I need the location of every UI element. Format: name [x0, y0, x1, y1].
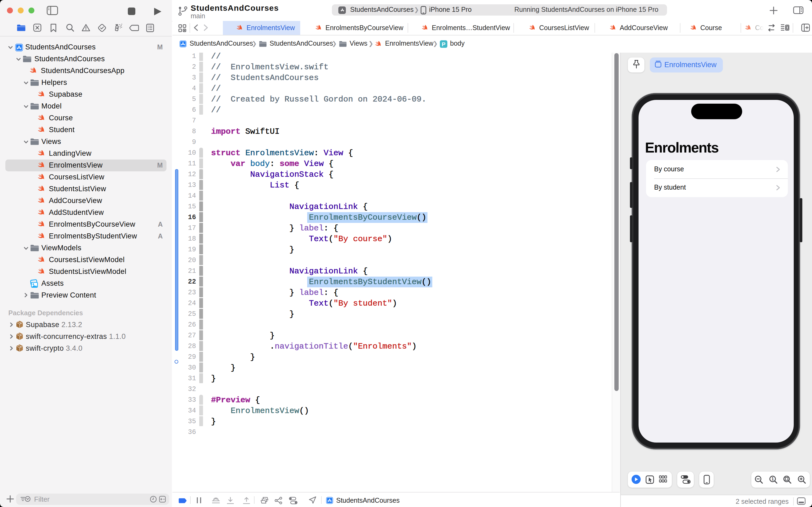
svg-text:1: 1 — [771, 476, 773, 481]
